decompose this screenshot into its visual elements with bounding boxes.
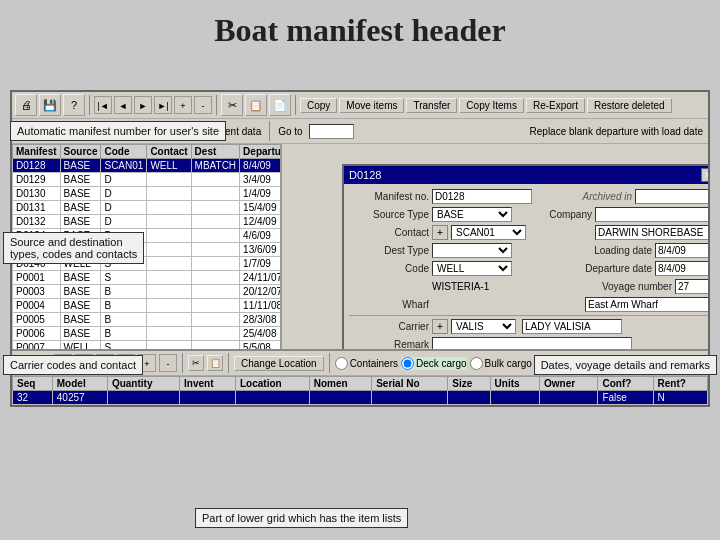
manifest-cell-2: B: [101, 299, 147, 313]
print-icon-btn[interactable]: 🖨: [15, 94, 37, 116]
nav-add-btn[interactable]: +: [174, 96, 192, 114]
source-type-select[interactable]: BASE WELL OTHER: [432, 207, 512, 222]
lower-grid-container[interactable]: Seq Model Quantity Invent Location Nomen…: [12, 376, 708, 405]
contact-row: Contact + SCAN01 WELL: [349, 225, 708, 240]
lower-cell-serial: [372, 391, 448, 405]
contact-select[interactable]: SCAN01 WELL: [451, 225, 526, 240]
darwin-input[interactable]: [595, 225, 708, 240]
manifest-table-row[interactable]: P0003BASEB20/12/07: [13, 285, 283, 299]
manifest-cell-5: 24/11/07: [240, 271, 282, 285]
archived-input[interactable]: [635, 189, 708, 204]
manifest-no-input[interactable]: [432, 189, 532, 204]
manifest-cell-3: [147, 243, 191, 257]
radio-bulk-cargo[interactable]: Bulk cargo: [470, 357, 532, 370]
help-icon-btn[interactable]: ?: [63, 94, 85, 116]
radio-deck-cargo[interactable]: Deck cargo: [401, 357, 467, 370]
nav-del-btn[interactable]: -: [194, 96, 212, 114]
col-dest: Dest: [191, 145, 239, 159]
toolbar-row-1: 🖨 💾 ? |◄ ◄ ► ►| + - ✂ 📋 📄 Copy Move item…: [12, 92, 708, 119]
departure-date-input[interactable]: [655, 261, 708, 276]
lower-cell-conf: False: [598, 391, 653, 405]
manifest-cell-2: D: [101, 187, 147, 201]
manifest-table-row[interactable]: D0131BASED15/4/09: [13, 201, 283, 215]
company-input[interactable]: [595, 207, 708, 222]
lower-icon3[interactable]: ✂: [188, 355, 204, 371]
page-title: Boat manifest header: [214, 0, 506, 58]
copy-items-btn[interactable]: Copy Items: [459, 98, 524, 113]
manifest-table-row[interactable]: D0132BASED12/4/09: [13, 215, 283, 229]
manifest-table-row[interactable]: P0004BASEB11/11/08: [13, 299, 283, 313]
dest-type-row: Dest Type Loading date: [349, 243, 708, 258]
popup-close-btn[interactable]: ✕: [701, 168, 708, 182]
nav-last-btn[interactable]: ►|: [154, 96, 172, 114]
page-wrapper: Boat manifest header Automatic manifest …: [0, 0, 720, 540]
remark-input[interactable]: [432, 337, 632, 349]
manifest-cell-0: D0128: [13, 159, 61, 173]
copy-btn[interactable]: Copy: [300, 98, 337, 113]
lower-cell-nomen: [309, 391, 371, 405]
icon-btn-5[interactable]: 📄: [269, 94, 291, 116]
wharf-label: Wharf: [349, 299, 429, 310]
change-location-btn[interactable]: Change Location: [234, 356, 324, 371]
carrier-name-input[interactable]: [522, 319, 622, 334]
contact-add-btn[interactable]: +: [432, 225, 448, 240]
lower-table-row[interactable]: 32 40257 False N: [13, 391, 708, 405]
move-items-btn[interactable]: Move items: [339, 98, 404, 113]
restore-deleted-btn[interactable]: Restore deleted: [587, 98, 672, 113]
transfer-btn[interactable]: Transfer: [406, 98, 457, 113]
manifest-cell-1: BASE: [60, 313, 101, 327]
manifest-cell-4: [191, 187, 239, 201]
icon-btn-3[interactable]: ✂: [221, 94, 243, 116]
wisteria-val: WISTERIA-1: [432, 281, 489, 292]
dest-type-select[interactable]: [432, 243, 512, 258]
lower-col-location: Location: [236, 377, 310, 391]
replace-label: Replace blank departure with load date: [530, 126, 703, 137]
radio-containers-input[interactable]: [335, 357, 348, 370]
manifest-cell-3: [147, 313, 191, 327]
manifest-cell-4: [191, 327, 239, 341]
manifest-table-row[interactable]: P0007WELLS5/5/08: [13, 341, 283, 350]
lower-nav-del[interactable]: -: [159, 354, 177, 372]
manifest-cell-5: 28/3/08: [240, 313, 282, 327]
manifest-table-row[interactable]: P0005BASEB28/3/08: [13, 313, 283, 327]
manifest-cell-0: D0132: [13, 215, 61, 229]
manifest-table-row[interactable]: P0001BASES24/11/07: [13, 271, 283, 285]
nav-prev-btn[interactable]: ◄: [114, 96, 132, 114]
manifest-cell-4: MBATCH: [191, 159, 239, 173]
code-label: Code: [349, 263, 429, 274]
manifest-cell-1: BASE: [60, 215, 101, 229]
manifest-table-row[interactable]: P0006BASEB25/4/08: [13, 327, 283, 341]
manifest-cell-3: [147, 215, 191, 229]
manifest-cell-4: [191, 243, 239, 257]
manifest-cell-2: S: [101, 271, 147, 285]
radio-deck-input[interactable]: [401, 357, 414, 370]
lower-col-units: Units: [490, 377, 539, 391]
manifest-cell-5: 25/4/08: [240, 327, 282, 341]
radio-bulk-input[interactable]: [470, 357, 483, 370]
manifest-cell-5: 11/11/08: [240, 299, 282, 313]
col-source: Source: [60, 145, 101, 159]
go-to-input[interactable]: [309, 124, 354, 139]
manifest-table-row[interactable]: D0129BASED3/4/09: [13, 173, 283, 187]
nav-next-btn[interactable]: ►: [134, 96, 152, 114]
lower-icon4[interactable]: 📋: [207, 355, 223, 371]
radio-containers[interactable]: Containers: [335, 357, 398, 370]
carrier-add-btn[interactable]: +: [432, 319, 448, 334]
icon-btn-4[interactable]: 📋: [245, 94, 267, 116]
lower-col-invent: Invent: [180, 377, 236, 391]
re-export-btn[interactable]: Re-Export: [526, 98, 585, 113]
lower-cell-qty: [107, 391, 179, 405]
wharf-input[interactable]: [585, 297, 708, 312]
voyage-number-input[interactable]: [675, 279, 708, 294]
save-icon-btn[interactable]: 💾: [39, 94, 61, 116]
manifest-cell-1: BASE: [60, 187, 101, 201]
contact-label: Contact: [349, 227, 429, 238]
loading-date-input[interactable]: [655, 243, 708, 258]
code-select[interactable]: WELL: [432, 261, 512, 276]
manifest-cell-4: [191, 173, 239, 187]
nav-first-btn[interactable]: |◄: [94, 96, 112, 114]
carrier-select[interactable]: VALIS: [451, 319, 516, 334]
manifest-table-row[interactable]: D0128BASESCAN01WELLMBATCH8/4/09: [13, 159, 283, 173]
manifest-table-row[interactable]: D0130BASED1/4/09: [13, 187, 283, 201]
wisteria-row: WISTERIA-1 Voyage number: [349, 279, 708, 294]
